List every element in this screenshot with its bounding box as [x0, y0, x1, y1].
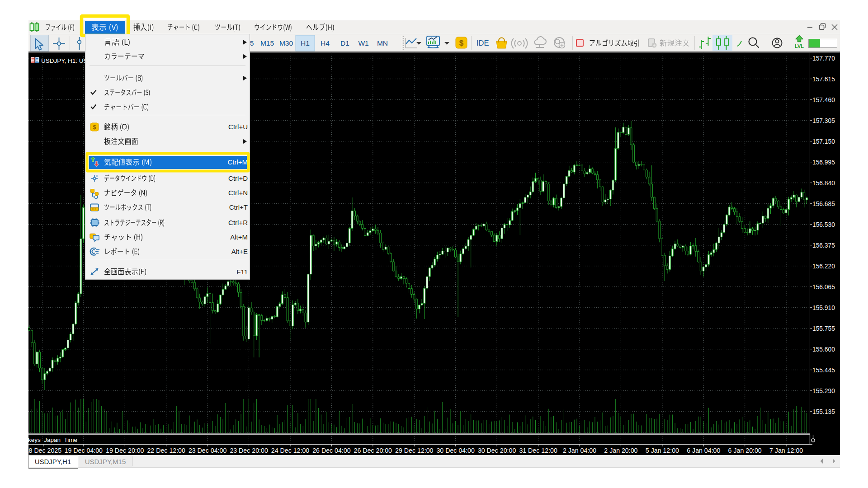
svg-text:5: 5: [250, 39, 254, 47]
svg-text:22 Dec 12:00: 22 Dec 12:00: [147, 447, 185, 454]
svg-text:6 Jan 04:00: 6 Jan 04:00: [687, 447, 720, 454]
svg-text:M15: M15: [260, 39, 274, 47]
svg-text:Alt+E: Alt+E: [231, 248, 248, 255]
svg-text:156.375: 156.375: [812, 242, 835, 249]
svg-text:keys_Japan_Time: keys_Japan_Time: [28, 436, 77, 443]
svg-text:Ctrl+N: Ctrl+N: [228, 189, 248, 197]
svg-text:156.530: 156.530: [812, 221, 835, 228]
svg-text:2 Jan 04:00: 2 Jan 04:00: [563, 447, 596, 454]
svg-text:Ctrl+U: Ctrl+U: [228, 123, 248, 131]
svg-text:Ctrl+T: Ctrl+T: [229, 203, 248, 211]
svg-text:MN: MN: [377, 39, 388, 47]
svg-text:30 Dec 04:00: 30 Dec 04:00: [436, 447, 475, 454]
svg-text:26 Dec 20:00: 26 Dec 20:00: [354, 447, 392, 454]
svg-text:19 Dec 20:00: 19 Dec 20:00: [106, 447, 144, 454]
svg-text:157.460: 157.460: [812, 97, 835, 103]
svg-text:2 Jan 20:00: 2 Jan 20:00: [604, 447, 637, 454]
svg-text:155.755: 155.755: [812, 325, 835, 332]
svg-text:M30: M30: [279, 39, 293, 47]
svg-text:157.615: 157.615: [812, 76, 835, 83]
svg-text:156.065: 156.065: [812, 284, 835, 291]
svg-text:23 Dec 20:00: 23 Dec 20:00: [230, 447, 268, 454]
svg-text:W1: W1: [358, 39, 368, 47]
svg-text:155.445: 155.445: [812, 367, 835, 374]
svg-text:31 Dec 12:00: 31 Dec 12:00: [519, 447, 557, 454]
svg-text:29 Dec 12:00: 29 Dec 12:00: [395, 447, 434, 454]
svg-text:19 Dec 04:00: 19 Dec 04:00: [65, 447, 103, 454]
svg-text:157.770: 157.770: [812, 55, 835, 62]
svg-text:155.600: 155.600: [812, 346, 835, 353]
svg-text:24 Dec 12:00: 24 Dec 12:00: [271, 447, 310, 454]
svg-text:$: $: [459, 39, 464, 47]
svg-text:F11: F11: [236, 268, 248, 276]
svg-text:156.840: 156.840: [812, 180, 835, 187]
svg-text:155.135: 155.135: [812, 408, 835, 415]
svg-text:6 Jan 20:00: 6 Jan 20:00: [728, 447, 762, 454]
svg-text:156.220: 156.220: [812, 263, 835, 270]
svg-text:157.150: 157.150: [812, 138, 835, 145]
svg-text:LVL: LVL: [795, 43, 804, 49]
svg-text:7 Jan 12:00: 7 Jan 12:00: [769, 447, 803, 454]
svg-text:Ctrl+M: Ctrl+M: [227, 158, 248, 166]
svg-text:H4: H4: [321, 39, 330, 47]
svg-text:USDJPY,M15: USDJPY,M15: [85, 458, 126, 465]
svg-text:Alt+M: Alt+M: [230, 233, 248, 241]
svg-text:D1: D1: [340, 39, 349, 47]
svg-text:156.685: 156.685: [812, 201, 835, 207]
svg-text:30 Dec 20:00: 30 Dec 20:00: [478, 447, 516, 454]
svg-text:157.305: 157.305: [812, 117, 835, 124]
svg-text:Ctrl+R: Ctrl+R: [228, 219, 248, 226]
svg-text:23 Dec 04:00: 23 Dec 04:00: [189, 447, 227, 454]
svg-text:H1: H1: [301, 39, 310, 47]
svg-text:IDE: IDE: [476, 39, 489, 47]
svg-text:5 Jan 12:00: 5 Jan 12:00: [646, 447, 679, 454]
svg-text:155.910: 155.910: [812, 305, 835, 311]
svg-text:18 Dec 2025: 18 Dec 2025: [25, 447, 62, 454]
svg-text:26 Dec 04:00: 26 Dec 04:00: [312, 447, 351, 454]
svg-text:$: $: [93, 124, 96, 131]
svg-text:155.290: 155.290: [812, 388, 835, 394]
svg-text:Ctrl+D: Ctrl+D: [228, 174, 248, 182]
svg-text:156.995: 156.995: [812, 159, 835, 166]
svg-text:USDJPY,H1: USDJPY,H1: [35, 458, 71, 465]
